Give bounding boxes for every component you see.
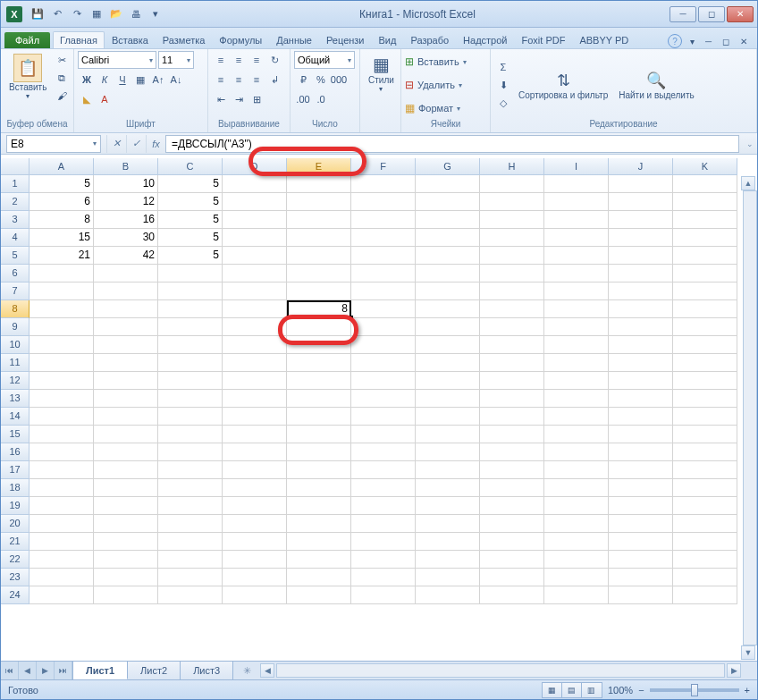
cell[interactable] — [480, 354, 544, 372]
cell[interactable] — [609, 175, 673, 193]
cell[interactable] — [223, 300, 287, 318]
cell[interactable] — [94, 372, 158, 390]
cell[interactable] — [29, 515, 94, 533]
row-header[interactable]: 16 — [1, 443, 29, 461]
cell[interactable] — [223, 569, 287, 586]
row-header[interactable]: 17 — [1, 461, 29, 479]
cell[interactable] — [544, 551, 609, 569]
cell[interactable] — [158, 372, 223, 390]
cell[interactable] — [223, 586, 287, 604]
cell[interactable] — [673, 336, 737, 354]
autosum-icon[interactable]: Σ — [494, 58, 512, 76]
cell[interactable] — [673, 479, 737, 497]
cell[interactable] — [29, 318, 94, 336]
cell[interactable] — [480, 229, 544, 247]
cell[interactable] — [351, 390, 416, 408]
cell[interactable] — [609, 372, 673, 390]
cell[interactable] — [416, 265, 480, 283]
cell[interactable] — [29, 408, 94, 426]
hscroll-right-icon[interactable]: ▶ — [727, 663, 741, 678]
cell[interactable] — [544, 193, 609, 211]
cell[interactable] — [673, 515, 737, 533]
column-header[interactable]: C — [158, 158, 223, 175]
cell[interactable] — [480, 372, 544, 390]
cell[interactable] — [544, 318, 609, 336]
align-left-icon[interactable]: ≡ — [212, 71, 230, 89]
cell[interactable] — [158, 586, 223, 604]
cell[interactable] — [416, 211, 480, 229]
cell[interactable] — [158, 300, 223, 318]
cell[interactable]: 21 — [29, 247, 94, 265]
sheet-nav-first-icon[interactable]: ⏮ — [1, 662, 19, 679]
cell[interactable] — [29, 569, 94, 586]
maximize-button[interactable]: ◻ — [698, 6, 725, 22]
zoom-level[interactable]: 100% — [608, 685, 633, 696]
cell[interactable] — [609, 408, 673, 426]
cell[interactable] — [351, 533, 416, 551]
cell[interactable] — [673, 461, 737, 479]
cell[interactable] — [94, 443, 158, 461]
cell[interactable] — [287, 211, 351, 229]
qat-undo-icon[interactable]: ↶ — [47, 4, 67, 24]
cell[interactable] — [480, 336, 544, 354]
cell[interactable] — [158, 408, 223, 426]
cell[interactable] — [351, 551, 416, 569]
sheet-tab[interactable]: Лист2 — [128, 662, 181, 679]
cell[interactable] — [223, 247, 287, 265]
cell[interactable] — [416, 497, 480, 515]
row-header[interactable]: 20 — [1, 515, 29, 533]
delete-cells-button[interactable]: Удалить — [417, 80, 455, 90]
cell[interactable] — [544, 497, 609, 515]
cell[interactable] — [673, 283, 737, 300]
cell[interactable] — [223, 479, 287, 497]
cell[interactable] — [673, 551, 737, 569]
cell[interactable] — [351, 193, 416, 211]
comma-icon[interactable]: 000 — [330, 71, 348, 89]
cell[interactable]: 6 — [29, 193, 94, 211]
cell[interactable] — [480, 265, 544, 283]
cell[interactable] — [544, 265, 609, 283]
cell[interactable] — [544, 515, 609, 533]
cell[interactable]: 15 — [29, 229, 94, 247]
cell[interactable] — [544, 569, 609, 586]
fill-icon[interactable]: ⬇ — [494, 76, 512, 94]
align-center-icon[interactable]: ≡ — [230, 71, 248, 89]
scroll-down-icon[interactable]: ▼ — [741, 645, 755, 660]
cell[interactable] — [94, 551, 158, 569]
cell[interactable] — [351, 354, 416, 372]
new-sheet-icon[interactable]: ✳ — [233, 665, 260, 677]
cell[interactable] — [416, 426, 480, 443]
cell[interactable] — [223, 336, 287, 354]
cell[interactable] — [287, 426, 351, 443]
cell[interactable] — [351, 515, 416, 533]
cell[interactable] — [416, 336, 480, 354]
cell[interactable] — [351, 265, 416, 283]
mdi-close-icon[interactable]: ✕ — [737, 37, 750, 46]
cell[interactable] — [287, 497, 351, 515]
cell[interactable] — [287, 390, 351, 408]
cell[interactable] — [416, 479, 480, 497]
cell[interactable] — [29, 443, 94, 461]
column-header[interactable]: G — [416, 158, 480, 175]
row-header[interactable]: 8 — [1, 300, 29, 318]
cell[interactable] — [94, 569, 158, 586]
cell[interactable] — [673, 175, 737, 193]
cell[interactable] — [223, 193, 287, 211]
cell[interactable] — [609, 211, 673, 229]
cell[interactable] — [544, 300, 609, 318]
cell[interactable]: 5 — [158, 247, 223, 265]
cell[interactable] — [223, 175, 287, 193]
cell[interactable] — [480, 247, 544, 265]
column-header[interactable]: E — [287, 158, 351, 175]
fx-button[interactable]: fx — [146, 135, 165, 153]
cell[interactable] — [287, 569, 351, 586]
cell[interactable] — [544, 372, 609, 390]
cell[interactable]: 5 — [29, 175, 94, 193]
cell[interactable] — [158, 479, 223, 497]
cell[interactable] — [29, 551, 94, 569]
cell[interactable] — [480, 408, 544, 426]
cell[interactable] — [223, 461, 287, 479]
cell[interactable] — [673, 586, 737, 604]
cell[interactable] — [351, 283, 416, 300]
cell[interactable] — [609, 533, 673, 551]
